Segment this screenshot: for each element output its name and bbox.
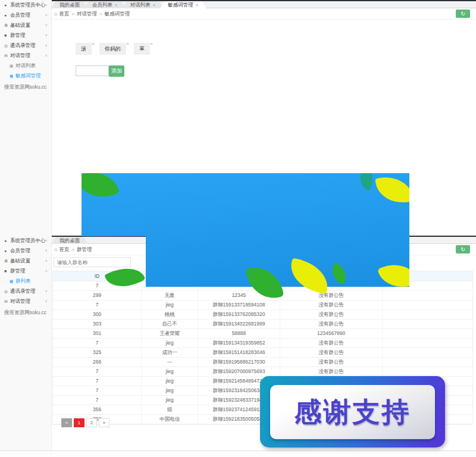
breadcrumb-item: 敏感词管理 <box>105 11 130 17</box>
user-icon: ● <box>4 236 10 246</box>
member-icon: ● <box>4 246 10 256</box>
refresh-button[interactable]: ↻ <box>456 245 470 253</box>
sidebar-item[interactable]: ✉对话管理∨ <box>0 296 51 306</box>
refresh-icon: ↻ <box>461 11 465 17</box>
sidebar-item-label: 基础设置 <box>10 258 30 264</box>
menu-grid-icon: ▦ <box>10 276 15 286</box>
sidebar-item-label: 群管理 <box>10 268 26 274</box>
chevron-down-icon: ∨ <box>45 40 48 51</box>
table-cell <box>382 367 472 376</box>
sidebar-item[interactable]: ●系统管理员中心∨ <box>0 236 51 246</box>
table-cell: 群聊159151418283046 <box>198 348 279 357</box>
chevron-down-icon: ∨ <box>45 20 48 30</box>
breadcrumb: ⌂首页>群管理 <box>54 246 92 252</box>
yellow-leaf-icon <box>375 173 414 206</box>
sensitive-word-tag: 你妈的× <box>99 43 126 55</box>
tab-会员列表[interactable]: 会员列表× <box>84 1 126 8</box>
sidebar-item-label: 对话管理 <box>10 52 30 58</box>
refresh-button[interactable]: ↻ <box>456 10 470 18</box>
table-cell: — <box>141 358 198 367</box>
tab-对话列表[interactable]: 对话列表× <box>123 1 164 8</box>
breadcrumb-item: 对话管理 <box>77 11 97 17</box>
sidebar-item[interactable]: ◎通讯录管理∨ <box>0 40 51 51</box>
breadcrumb-item[interactable]: 首页 <box>59 246 69 252</box>
close-icon[interactable]: × <box>126 38 129 50</box>
tab-我的桌面[interactable]: 我的桌面 <box>52 1 87 8</box>
close-icon[interactable]: × <box>92 38 95 50</box>
table-cell: 王者荣耀 <box>141 329 198 338</box>
table-cell: jieg <box>141 339 198 348</box>
breadcrumb-item[interactable]: 首页 <box>59 11 69 17</box>
table-cell: 成功一 <box>141 348 198 357</box>
table-cell: jieg <box>141 396 198 405</box>
sidebar-item[interactable]: ●系统管理员中心∨ <box>0 0 51 10</box>
sidebar-item-sub[interactable]: ▦敏感词管理 <box>0 71 51 81</box>
sidebar-item[interactable]: ■群管理∧ <box>0 266 51 276</box>
thanks-banner-plate: 感谢支持 <box>270 385 435 439</box>
table-cell: 群聊159134022681999 <box>198 320 279 328</box>
tab-label: 我的桌面 <box>60 237 80 243</box>
table-row: 7jieg群聊159133719594108没有群公告 <box>53 301 472 310</box>
group-icon: ■ <box>4 30 10 40</box>
sidebar-item-sub[interactable]: ▦群列表 <box>0 276 51 286</box>
table-cell: 7 <box>53 301 141 309</box>
close-icon[interactable]: × <box>196 2 199 8</box>
sidebar-item[interactable]: ⚙基础设置∨ <box>0 256 51 266</box>
breadcrumb: ⌂首页>对话管理>敏感词管理 <box>54 11 130 17</box>
sidebar-item-sub[interactable]: ▦对话列表 <box>0 61 51 71</box>
table-cell: jieg <box>141 367 198 376</box>
tab-我的桌面[interactable]: 我的桌面 <box>52 237 87 244</box>
sidebar-item[interactable]: ⚙基础设置∨ <box>0 20 51 30</box>
add-word-button[interactable]: 添加 <box>109 65 124 77</box>
table-cell: 7 <box>53 367 141 376</box>
sidebar-item[interactable]: ●会员管理∨ <box>0 246 51 256</box>
home-icon: ⌂ <box>54 246 57 252</box>
table-cell: 7 <box>53 377 141 386</box>
chevron-down-icon: ∨ <box>45 236 48 246</box>
table-cell: 301 <box>53 329 141 338</box>
table-cell: 群聊159133719594108 <box>198 301 279 309</box>
close-icon[interactable]: × <box>150 38 153 50</box>
group-search-input[interactable] <box>54 257 131 267</box>
sidebar-item-label: 通讯录管理 <box>10 288 36 294</box>
sidebar-item-label: 系统管理员中心 <box>10 2 46 8</box>
sidebar-item[interactable]: ■群管理∨ <box>0 30 51 40</box>
table-cell: 没有群公告 <box>280 339 383 348</box>
current-page-button[interactable]: 1 <box>74 418 84 427</box>
pagination: «12» <box>61 418 109 427</box>
sidebar-item[interactable]: ◎通讯录管理∨ <box>0 286 51 296</box>
sidebar-item-label: 群列表 <box>15 278 31 284</box>
new-word-input[interactable] <box>76 65 109 76</box>
tab-label: 会员列表 <box>92 2 112 8</box>
contacts-icon: ◎ <box>4 40 10 51</box>
table-cell: 没有群公告 <box>280 291 383 300</box>
table-cell: 群聊159195886217030 <box>198 358 279 367</box>
table-cell: 没有群公告 <box>280 301 383 309</box>
member-icon: ● <box>4 10 10 20</box>
sidebar-item[interactable]: ●会员管理∨ <box>0 10 51 20</box>
page-button[interactable]: 2 <box>86 418 97 427</box>
close-icon[interactable]: × <box>115 2 118 8</box>
close-icon[interactable]: × <box>153 2 156 8</box>
table-row: 301王者荣耀588881234567890 <box>53 329 472 339</box>
chevron-down-icon: ∨ <box>45 246 48 256</box>
sidebar-footer-link: 搜库资源网soku.cc <box>0 82 51 92</box>
prev-page-button[interactable]: « <box>61 418 72 427</box>
sidebar-item-label: 系统管理员中心 <box>10 237 46 243</box>
user-icon: ● <box>4 0 10 10</box>
table-cell: 299 <box>53 291 141 300</box>
table-cell: 猫 <box>141 405 198 414</box>
sidebar-item[interactable]: ✉对话管理∧ <box>0 51 51 61</box>
table-cell: 群聊159133762085320 <box>198 310 279 319</box>
next-page-button[interactable]: » <box>99 418 109 427</box>
breadcrumb-separator: > <box>99 11 102 17</box>
table-cell: 7 <box>53 339 141 348</box>
sensitive-word-tag: 草× <box>134 43 150 55</box>
table-cell: 303 <box>53 320 141 328</box>
tab-敏感词管理[interactable]: 敏感词管理× <box>160 1 206 8</box>
table-cell <box>382 291 472 300</box>
table-cell: 58888 <box>198 329 279 338</box>
table-cell <box>382 348 472 357</box>
bottom-strip <box>0 450 476 457</box>
thanks-banner: 感谢支持 <box>260 376 445 447</box>
